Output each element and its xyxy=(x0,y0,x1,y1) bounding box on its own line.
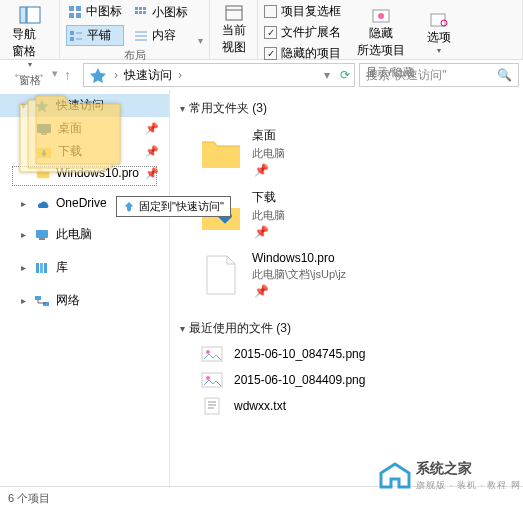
item-count: 6 个项目 xyxy=(8,491,50,506)
chevron-right-icon: ▸ xyxy=(18,295,28,306)
sidebar-item-network[interactable]: ▸ 网络 xyxy=(0,289,169,312)
library-icon xyxy=(34,261,50,275)
chevron-down-icon: ▾ xyxy=(180,103,185,114)
address-bar: ← → ▾ ↑ › 快速访问 › ▾ ⟳ 搜索"快速访问" 🔍 xyxy=(0,60,523,90)
hidden-items-option[interactable]: ✓隐藏的项目 xyxy=(264,44,341,63)
ribbon-group-layout: 布局 xyxy=(66,46,203,64)
svg-rect-15 xyxy=(143,11,146,14)
sidebar: ▾ 快速访问 桌面 📌 下载 📌 Windows10.pro 📌 ▸ OneDr… xyxy=(0,90,170,486)
tiles-option[interactable]: 平铺 xyxy=(66,25,124,46)
nav-up-icon[interactable]: ↑ xyxy=(64,67,71,83)
svg-rect-8 xyxy=(70,37,74,41)
ribbon: 导航窗格 ▾ 窗格 中图标 平铺 小图标 xyxy=(0,0,523,60)
small-icons-icon xyxy=(134,6,148,20)
section-recent-files[interactable]: ▾ 最近使用的文件 (3) xyxy=(180,316,513,341)
main-area: ▾ 快速访问 桌面 📌 下载 📌 Windows10.pro 📌 ▸ OneDr… xyxy=(0,90,523,486)
nav-pane-label: 导航窗格 xyxy=(12,26,47,60)
watermark: 系统之家 旗舰版 · 装机 · 教程 网 xyxy=(378,460,521,492)
folder-icon xyxy=(36,166,50,180)
tile-windows10pro[interactable]: Windows10.pro 此电脑\文档\jsUp\jz 📌 xyxy=(180,245,513,304)
svg-rect-30 xyxy=(36,263,39,273)
svg-rect-26 xyxy=(41,133,47,135)
content-icon xyxy=(134,29,148,43)
pin-icon: 📌 xyxy=(145,167,159,180)
options-button[interactable]: 选项 ▾ xyxy=(421,9,457,57)
tiles-icon xyxy=(69,29,83,43)
pin-icon: 📌 xyxy=(254,163,285,177)
hide-selected-button[interactable]: 隐藏 所选项目 xyxy=(351,5,411,61)
svg-rect-39 xyxy=(205,398,219,414)
section-frequent-folders[interactable]: ▾ 常用文件夹 (3) xyxy=(180,96,513,121)
file-icon xyxy=(200,254,242,296)
nav-back-icon[interactable]: ← xyxy=(12,67,26,83)
pin-icon: 📌 xyxy=(145,122,159,135)
sidebar-item-quick-access[interactable]: ▾ 快速访问 xyxy=(0,94,169,117)
computer-icon xyxy=(34,228,50,242)
svg-rect-14 xyxy=(139,11,142,14)
search-icon: 🔍 xyxy=(497,68,512,82)
file-item[interactable]: wdwxx.txt xyxy=(180,393,513,419)
svg-rect-5 xyxy=(76,13,81,18)
svg-rect-0 xyxy=(20,7,26,23)
medium-icons-option[interactable]: 中图标 xyxy=(66,2,124,21)
svg-rect-37 xyxy=(202,373,222,387)
refresh-icon[interactable]: ⟳ xyxy=(340,68,350,82)
sidebar-item-windows10pro[interactable]: Windows10.pro 📌 xyxy=(0,163,169,183)
file-extensions-option[interactable]: ✓文件扩展名 xyxy=(264,23,341,42)
svg-rect-33 xyxy=(35,296,41,300)
svg-rect-25 xyxy=(37,124,51,133)
pin-action-icon xyxy=(123,201,135,213)
desktop-icon xyxy=(36,122,52,136)
nav-history-icon[interactable]: ▾ xyxy=(52,67,58,83)
svg-point-22 xyxy=(378,13,384,19)
onedrive-icon xyxy=(34,196,50,210)
watermark-logo-icon xyxy=(378,461,412,491)
chevron-right-icon: ▸ xyxy=(18,229,28,240)
item-checkboxes-option[interactable]: 项目复选框 xyxy=(264,2,341,21)
search-input[interactable]: 搜索"快速访问" 🔍 xyxy=(359,63,519,87)
quick-access-icon xyxy=(88,67,108,83)
breadcrumb[interactable]: › 快速访问 › ▾ ⟳ xyxy=(83,63,355,87)
svg-rect-2 xyxy=(69,6,74,11)
svg-rect-3 xyxy=(76,6,81,11)
svg-rect-6 xyxy=(70,31,74,35)
svg-rect-1 xyxy=(27,7,40,23)
chevron-right-icon: ▸ xyxy=(18,262,28,273)
chevron-right-icon: ▸ xyxy=(18,198,28,209)
text-icon xyxy=(200,397,224,415)
breadcrumb-item[interactable]: 快速访问 xyxy=(124,67,172,84)
folder-icon xyxy=(200,131,242,173)
navigation-pane-button[interactable]: 导航窗格 ▾ xyxy=(6,2,53,71)
chevron-down-icon: ▾ xyxy=(180,323,185,334)
svg-rect-31 xyxy=(40,263,43,273)
image-icon xyxy=(200,345,224,363)
svg-rect-35 xyxy=(202,347,222,361)
sidebar-item-desktop[interactable]: 桌面 📌 xyxy=(0,117,169,140)
tile-desktop[interactable]: 桌面 此电脑 📌 xyxy=(180,121,513,183)
svg-rect-10 xyxy=(135,7,138,10)
network-icon xyxy=(34,294,50,308)
file-item[interactable]: 2015-06-10_084409.png xyxy=(180,367,513,393)
svg-rect-13 xyxy=(135,11,138,14)
sidebar-item-libraries[interactable]: ▸ 库 xyxy=(0,256,169,279)
current-view-button[interactable]: 当前 视图 xyxy=(216,2,252,58)
pin-icon: 📌 xyxy=(254,284,346,298)
chevron-down-icon: ▾ xyxy=(18,100,28,111)
medium-icons-icon xyxy=(68,5,82,19)
drag-tooltip: 固定到"快速访问" xyxy=(116,196,231,217)
content-option[interactable]: 内容 xyxy=(132,26,190,45)
image-icon xyxy=(200,371,224,389)
file-item[interactable]: 2015-06-10_084745.png xyxy=(180,341,513,367)
svg-rect-4 xyxy=(69,13,74,18)
svg-rect-32 xyxy=(44,263,47,273)
svg-point-36 xyxy=(206,350,210,354)
svg-point-38 xyxy=(206,376,210,380)
small-icons-option[interactable]: 小图标 xyxy=(132,3,190,22)
pin-icon: 📌 xyxy=(254,225,285,239)
svg-rect-19 xyxy=(226,6,242,20)
sidebar-item-this-pc[interactable]: ▸ 此电脑 xyxy=(0,223,169,246)
nav-forward-icon[interactable]: → xyxy=(32,67,46,83)
sidebar-item-downloads[interactable]: 下载 📌 xyxy=(0,140,169,163)
svg-rect-29 xyxy=(39,238,45,240)
svg-rect-11 xyxy=(139,7,142,10)
